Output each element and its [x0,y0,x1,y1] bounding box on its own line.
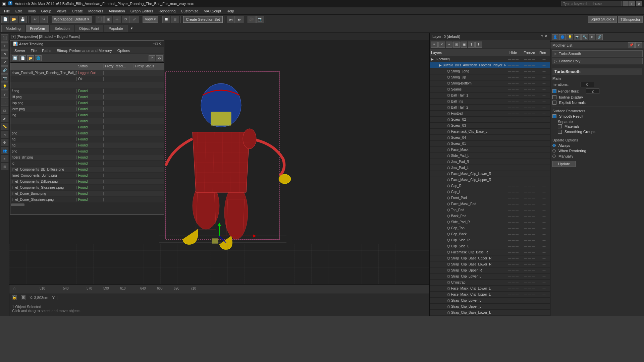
toolbar-save[interactable]: 💾 [19,16,27,23]
layer-row[interactable]: ⬡ Clip_Side_R — — — — — — — [430,237,550,243]
layer-row[interactable]: ⬡ Clip_Side_L — — — — — — — [430,243,550,249]
asset-row[interactable]: riders_diff.png Found [10,155,164,161]
layer-row[interactable]: ⬡ Jaw_Pad_L — — — — — — — [430,165,550,171]
render-btn2[interactable]: 📷 [256,16,264,23]
tab-object-paint[interactable]: Object Paint [75,25,104,32]
layer-row[interactable]: ⬡ Strap_Clip_Upper_L — — — — — — — [430,304,550,310]
time-btn[interactable]: ⏮ [227,16,235,23]
layer-row[interactable]: ⬡ Strap_Clip_Lower_L — — — — — — — [430,274,550,280]
layer-row[interactable]: ⬡ Chinstrap — — — — — — — [430,280,550,286]
asset-scrollbar-h[interactable] [10,203,164,207]
asset-input[interactable] [10,207,164,214]
menu-group[interactable]: Group [38,8,54,14]
lt-measure[interactable]: 📏 [1,123,8,130]
ts-manually-radio[interactable] [552,155,556,158]
asset-row[interactable]: ig Found [10,161,164,167]
at-tb-folder[interactable]: 📂 [27,55,34,61]
asset-row[interactable]: lmet_Components_Glossiness.png Found [10,185,164,191]
modifier-turbosmooth[interactable]: ▷ TurboSmooth [552,50,643,57]
toolbar-undo[interactable]: ↩ [31,16,39,23]
layers-tb-2[interactable]: ✕ [438,42,445,48]
asset-row[interactable]: ng Found [10,142,164,148]
layers-close-icon[interactable]: ✕ [544,34,547,39]
ts-always-radio[interactable] [552,144,556,147]
menu-create[interactable]: Create [69,8,86,14]
asset-row[interactable]: f.png Found [10,88,164,94]
props-tb-5[interactable]: 🔧 [581,34,588,40]
ts-materials-check[interactable] [558,124,562,128]
minimize-button[interactable]: − [623,1,629,6]
layer-row[interactable]: ⬡ Face_Mask_Clip_Upper_L — — — — — — — [430,292,550,298]
layer-row[interactable]: ⬡ Cap_R — — — — — — — [430,183,550,189]
layers-help-icon[interactable]: ? [541,34,543,39]
menu-maxscript[interactable]: MAXScript [201,8,224,14]
menu-views[interactable]: Views [54,8,69,14]
toolbar-new[interactable]: 📄 [1,16,9,23]
props-tb-1[interactable]: 👤 [552,34,558,40]
layer-row[interactable]: ⬡ Side_Pad_L — — — — — — — [430,153,550,159]
layers-tb-7[interactable]: ⬇ [475,42,482,48]
layers-tb-4[interactable]: ⊞ [453,42,460,48]
lt-light[interactable]: 💡 [1,82,8,90]
at-win-controls[interactable]: − □ ✕ [153,42,161,46]
tab-populate[interactable]: Populate [104,25,127,32]
layer-row[interactable]: ⬡ Strap_Clip_Lower_L — — — — — — — [430,298,550,304]
asset-search-input[interactable] [10,207,164,214]
layer-row[interactable]: ⬡ Top_Pad — — — — — — — [430,207,550,213]
layer-row[interactable]: ⬡ Strap_Clip_Base_Lower_R — — — — — — — [430,261,550,267]
lt-select[interactable]: ⬛ [1,34,8,42]
layer-row[interactable]: ⬡ Back_Pad — — — — — — — [430,213,550,219]
asset-row[interactable]: lisp.png Found [10,100,164,106]
layer-row[interactable]: ⬡ Face_Mask_Pad — — — — — — — [430,201,550,207]
ts-render-check[interactable] [552,89,556,93]
layer-row[interactable]: ⬡ String-Bottom — — — — — — — [430,80,550,86]
asset-row[interactable]: Found [10,124,164,130]
window-controls[interactable]: − □ ✕ [561,1,642,6]
lock-icon[interactable]: 🔒 [12,295,17,300]
rotate-btn[interactable]: ↻ [122,16,130,23]
props-tb-3[interactable]: 💡 [567,34,573,40]
toolbar-open[interactable]: 📂 [10,16,18,23]
layer-row[interactable]: ⬡ Screw_03 — — — — — — — [430,123,550,129]
layers-tb-3[interactable]: + [446,42,452,48]
lt-nurbs[interactable]: ∿ [1,131,8,138]
timeline-track[interactable]: 510 540 570 590 610 640 660 690 710 [19,285,429,294]
layer-row[interactable]: ⬡ Screw_01 — — — — — — — [430,141,550,147]
asset-rows[interactable]: rican_Football_Player_Running_The_Ball_F… [10,70,164,203]
ts-when-rendering-radio[interactable] [552,149,556,153]
layer-row[interactable]: ⬡ String_Long — — — — — — — [430,68,550,74]
at-tb-settings[interactable]: ⚙ [156,55,163,61]
layer-row[interactable]: ⬡ Ball_Half_2 — — — — — — — [430,105,550,111]
timeline[interactable]: 0 510 540 570 590 610 640 660 690 710 [9,284,429,294]
asset-row[interactable]: lmet_Components_BB_Diffuse.png Found [10,167,164,173]
select-region-btn[interactable]: ▣ [104,16,112,23]
asset-row[interactable]: lmet_Dome_Glossiness.png Found [10,197,164,203]
layer-row[interactable]: ⬡ Strap_Clip_Upper_R — — — — — — — [430,267,550,274]
plugin-tsinspector[interactable]: TSInspector [618,16,643,23]
asset-scrollbar-h-thumb[interactable] [11,203,24,206]
layer-row[interactable]: ⬡ Face_Mask — — — — — — — [430,147,550,153]
layer-row[interactable]: ▶ Buffalo_Bills_American_Football_Player… [430,62,550,68]
create-selection-button[interactable]: Create Selection Set [183,16,223,23]
layer-row[interactable]: ⬡ Cap_Back — — — — — — — [430,231,550,237]
lt-camera[interactable]: 📷 [1,74,8,82]
layer-row[interactable]: ⬡ Front_Pad — — — — — — — [430,195,550,201]
select-btn[interactable]: ⬛ [96,16,104,23]
layer-row[interactable]: ▶ 0 (default) — — — — — — — [430,56,550,62]
lt-paint[interactable]: 🖌 [1,115,8,122]
layer-row[interactable]: ⬡ Facemask_Clip_Base_R — — — — — — — [430,249,550,255]
asset-row[interactable]: iorm.png Found [10,106,164,112]
at-minimize[interactable]: − [153,42,155,46]
populate-dropdown[interactable]: ▾ [131,26,133,31]
layer-row[interactable]: ⬡ Facemask_Clip_Base_L — — — — — — — [430,129,550,135]
at-menu-bitmap[interactable]: Bitmap Performance and Memory [54,48,114,53]
layer-row[interactable]: ⬡ Seams — — — — — — — [430,86,550,93]
asset-row[interactable] [10,82,164,88]
modifier-pin-btn[interactable]: 📌 [628,42,635,48]
tab-freeform[interactable]: Freeform [26,25,50,32]
lt-scale[interactable]: ⤢ [1,58,8,66]
tab-modeling[interactable]: Modeling [1,25,25,32]
layer-row[interactable]: ⬡ String_Up — — — — — — — [430,74,550,80]
at-close[interactable]: ✕ [158,42,161,46]
menu-graph-editors[interactable]: Graph Editors [128,8,156,14]
